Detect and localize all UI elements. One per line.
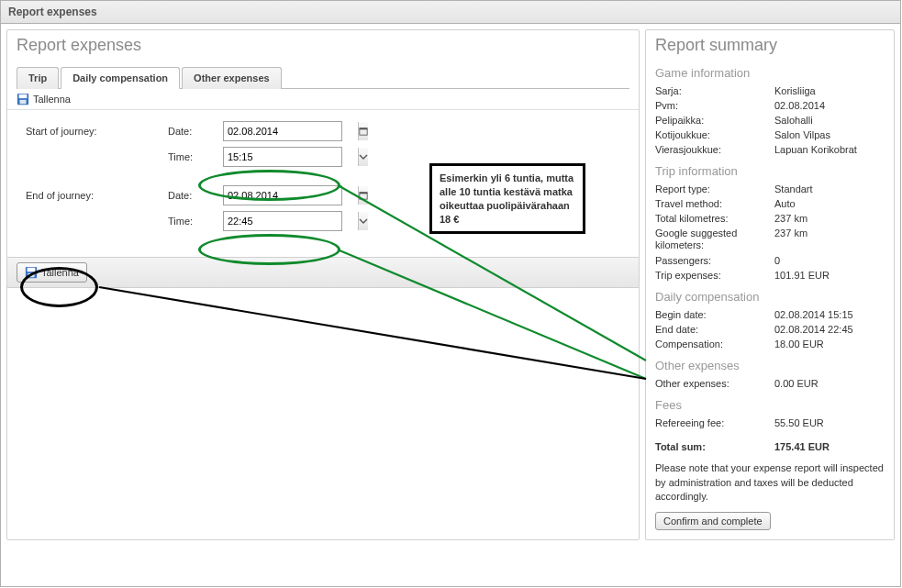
svg-rect-4 [360,128,367,130]
kotijoukkue-label: Kotijoukkue: [655,129,774,140]
sarja-label: Sarja: [655,85,774,96]
other-expenses-label: Other expenses: [655,378,774,389]
daily-comp-heading: Daily compensation [655,290,885,304]
save-button[interactable]: Tallenna [17,262,87,283]
chevron-down-icon[interactable] [358,212,368,230]
tab-other-expenses[interactable]: Other expenses [182,67,282,89]
end-date-input[interactable] [223,185,342,205]
vierasjoukkue-value: Lapuan Korikobrat [774,144,885,155]
fees-heading: Fees [655,398,885,412]
trip-info-heading: Trip information [655,164,885,178]
form-footer: Tallenna [7,257,639,288]
compensation-value: 18.00 EUR [774,338,885,349]
total-sum-label: Total sum: [655,441,774,452]
date-label: Date: [168,190,223,201]
svg-line-12 [99,287,646,379]
save-button-label: Tallenna [41,267,79,278]
google-km-value: 237 km [774,227,885,251]
referee-fee-value: 55.50 EUR [774,417,885,428]
chevron-down-icon[interactable] [358,148,368,166]
referee-fee-label: Refereeing fee: [655,417,774,428]
svg-rect-2 [20,100,27,104]
tab-bar: Trip Daily compensation Other expenses [17,62,629,89]
pelipaikka-value: Salohalli [774,115,885,126]
summary-panel: Report summary Game information Sarja:Ko… [645,29,895,540]
sarja-value: Korisliiga [774,85,885,96]
tab-daily-compensation[interactable]: Daily compensation [61,67,180,89]
svg-rect-6 [360,193,367,194]
time-label: Time: [168,151,223,162]
begin-date-value: 02.08.2014 15:15 [774,309,885,320]
other-expenses-heading: Other expenses [655,359,885,372]
report-type-label: Report type: [655,183,774,194]
trip-expenses-label: Trip expenses: [655,270,774,281]
pelipaikka-label: Pelipaikka: [655,115,774,126]
other-expenses-value: 0.00 EUR [774,378,885,389]
vierasjoukkue-label: Vierasjoukkue: [655,144,774,155]
end-date-field[interactable] [224,186,358,205]
game-info-heading: Game information [655,66,885,80]
toolbar: Tallenna [7,89,639,110]
end-date-label: End date: [655,324,774,335]
end-date-value: 02.08.2014 22:45 [774,324,885,335]
compensation-label: Compensation: [655,338,774,349]
start-time-input[interactable] [223,147,342,167]
date-label: Date: [168,126,223,137]
confirm-complete-button[interactable]: Confirm and complete [655,512,771,530]
total-km-label: Total kilometres: [655,213,774,224]
start-of-journey-label: Start of journey: [26,126,168,137]
window-title: Report expenses [1,1,900,24]
main-panel: Report expenses Trip Daily compensation … [6,29,640,540]
calendar-icon[interactable] [358,186,368,205]
end-time-input[interactable] [223,211,342,231]
end-of-journey-label: End of journey: [26,190,168,201]
report-type-value: Standart [774,183,885,194]
summary-title: Report summary [655,36,885,59]
page-title: Report expenses [7,36,639,62]
travel-method-label: Travel method: [655,198,774,209]
passengers-label: Passengers: [655,255,774,266]
svg-rect-1 [19,94,28,98]
start-time-field[interactable] [224,148,358,166]
calendar-icon[interactable] [358,122,368,140]
tab-trip[interactable]: Trip [17,67,59,89]
svg-rect-8 [28,268,36,272]
kotijoukkue-value: Salon Vilpas [774,129,885,140]
start-date-field[interactable] [224,122,358,140]
pvm-label: Pvm: [655,100,774,111]
pvm-value: 02.08.2014 [774,100,885,111]
disclaimer-text: Please note that your expense report wil… [655,461,885,504]
end-time-field[interactable] [224,212,358,230]
travel-method-value: Auto [774,198,885,209]
start-date-input[interactable] [223,121,342,141]
total-sum-value: 175.41 EUR [774,441,885,452]
toolbar-save-link[interactable]: Tallenna [33,94,71,105]
save-icon [17,93,29,105]
time-label: Time: [168,216,223,227]
save-icon [25,266,38,279]
svg-rect-9 [28,273,35,277]
total-km-value: 237 km [774,213,885,224]
google-km-label: Google suggested kilometers: [655,227,774,251]
trip-expenses-value: 101.91 EUR [774,270,885,281]
passengers-value: 0 [774,255,885,266]
annotation-callout: Esimerkin yli 6 tuntia, mutta alle 10 tu… [429,163,585,234]
begin-date-label: Begin date: [655,309,774,320]
